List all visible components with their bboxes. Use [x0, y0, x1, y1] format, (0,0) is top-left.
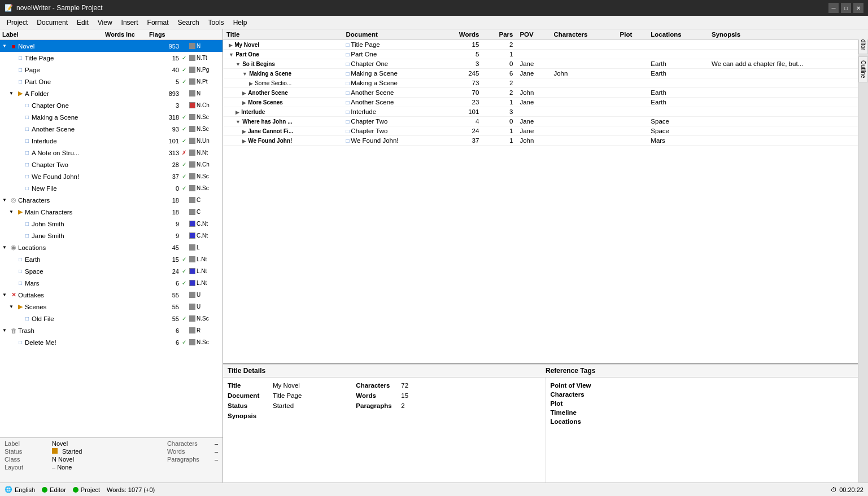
- tree-row-title-page[interactable]: □ Title Page 15 ✓ N.Tt: [0, 52, 223, 64]
- indent: [226, 128, 242, 134]
- side-tabs[interactable]: Editor Outline: [858, 29, 868, 482]
- label: Interlude: [32, 138, 155, 144]
- indent: [226, 70, 242, 77]
- menu-format[interactable]: Format: [143, 17, 173, 28]
- tree-row-new-file[interactable]: □ New File 0 ✓ N.Sc: [0, 182, 223, 194]
- inc: ✓: [179, 78, 189, 85]
- info-col-right: Characters – Words – Paragraphs –: [167, 440, 218, 463]
- table-row[interactable]: ▶ Some Sectio... □ Making a Scene 73 2: [223, 78, 868, 88]
- title-details-body: Title My Novel Document Title Page Statu…: [223, 378, 868, 482]
- tree-row-we-found-john[interactable]: □ We Found John! 37 ✓ N.Sc: [0, 170, 223, 182]
- words: 6: [155, 327, 179, 334]
- tree-row-scenes[interactable]: ▼ ▶ Scenes 55 U: [0, 301, 223, 313]
- toggle[interactable]: ▼: [2, 292, 9, 297]
- toggle[interactable]: ▼: [2, 328, 9, 333]
- tree-row-interlude[interactable]: □ Interlude 101 ✓ N.Un: [0, 135, 223, 147]
- tree-row-jane-smith[interactable]: □ Jane Smith 9 C.Nt: [0, 230, 223, 242]
- close-button[interactable]: ✕: [853, 3, 863, 13]
- flag-sq: [189, 114, 195, 120]
- table-row[interactable]: ▶ Interlude □ Interlude 101 3: [223, 107, 868, 117]
- menu-edit[interactable]: Edit: [72, 17, 93, 28]
- tree-row-a-note[interactable]: □ A Note on Stru... 313 ✗ N.Nt: [0, 147, 223, 159]
- tree-row-delete-me[interactable]: □ Delete Me! 6 ✓ N.Sc: [0, 336, 223, 348]
- toggle[interactable]: ▼: [2, 245, 9, 250]
- table-row[interactable]: ▶ More Scenes □ Another Scene 23 1 Jane …: [223, 98, 868, 107]
- menu-tools[interactable]: Tools: [204, 17, 229, 28]
- ref-tags-label: Reference Tags: [546, 367, 863, 375]
- title-text: Part One: [235, 51, 259, 58]
- words: 15: [155, 256, 179, 263]
- viewer-table-container[interactable]: Title Document Words Pars POV Characters…: [223, 29, 868, 364]
- cell-chars: [550, 126, 616, 136]
- window-controls[interactable]: ─ □ ✕: [828, 3, 863, 13]
- inc: ✓: [179, 185, 189, 191]
- doc-icon-title-page: □: [16, 55, 25, 61]
- table-row[interactable]: ▼ Making a Scene □ Making a Scene 245 6 …: [223, 69, 868, 78]
- tree-row-outtakes[interactable]: ▼ ✕ Outtakes 55 U: [0, 289, 223, 301]
- title-details-header: Title Details Reference Tags: [223, 365, 868, 378]
- cell-plot: [617, 126, 648, 136]
- tree-row-trash[interactable]: ▼ 🗑 Trash 6 R: [0, 324, 223, 336]
- menu-document[interactable]: Document: [32, 17, 72, 28]
- characters-icon: ◎: [9, 196, 18, 204]
- tree-row-characters[interactable]: ▼ ◎ Characters 18 C: [0, 194, 223, 206]
- tree-row-main-chars[interactable]: ▼ ▶ Main Characters 18 C: [0, 206, 223, 218]
- tree-row-chapter-two[interactable]: □ Chapter Two 28 ✓ N.Ch: [0, 159, 223, 170]
- tree-row-page[interactable]: □ Page 40 ✓ N.Pg: [0, 64, 223, 76]
- tree-row-old-file[interactable]: □ Old File 55 ✓ N.Sc: [0, 313, 223, 324]
- cell-title: ▶ More Scenes: [223, 98, 343, 107]
- flag-text: L: [197, 244, 200, 251]
- toggle-novel[interactable]: ▼: [2, 43, 9, 49]
- tree-row-chapter-one[interactable]: □ Chapter One 3 N.Ch: [0, 99, 223, 111]
- tree-row-a-folder[interactable]: ▼ ▶ A Folder 893 N: [0, 87, 223, 99]
- tree-row-another-scene[interactable]: □ Another Scene 93 ✓ N.Sc: [0, 123, 223, 135]
- maximize-button[interactable]: □: [841, 3, 851, 13]
- cell-locations: [647, 107, 708, 117]
- cell-locations: Earth: [647, 98, 708, 107]
- toggle[interactable]: ▼: [9, 91, 16, 96]
- indent: [226, 137, 242, 144]
- toggle[interactable]: ▼: [2, 197, 9, 203]
- tree-body[interactable]: ▼ ■ Novel 953 N □ Title Page 15 ✓: [0, 40, 223, 437]
- menu-help[interactable]: Help: [229, 17, 252, 28]
- table-row[interactable]: ▼ Where has John ... □ Chapter Two 4 0 J…: [223, 117, 868, 126]
- toggle[interactable]: ▼: [9, 304, 16, 309]
- status-key: Status: [5, 448, 50, 455]
- doc-icon: □: [346, 42, 351, 48]
- table-row[interactable]: ▼ So it Begins □ Chapter One 3 0 Jane Ea…: [223, 59, 868, 69]
- menu-view[interactable]: View: [93, 17, 117, 28]
- cell-words: 24: [439, 126, 482, 136]
- cell-chars: [550, 117, 616, 126]
- paragraphs-value: 2: [401, 402, 408, 409]
- title-details-panel: Title Details Reference Tags Title My No…: [223, 364, 868, 482]
- table-row[interactable]: ▼ Part One □ Part One 5 1: [223, 50, 868, 59]
- label: Page: [25, 67, 155, 73]
- tree-row-john-smith[interactable]: □ John Smith 9 C.Nt: [0, 218, 223, 230]
- menu-search[interactable]: Search: [173, 17, 204, 28]
- flag-sq: [189, 244, 195, 251]
- title-text: So it Begins: [242, 61, 275, 67]
- toggle-icon: ▶: [229, 42, 233, 48]
- menu-insert[interactable]: Insert: [117, 17, 143, 28]
- table-row[interactable]: ▶ Jane Cannot Fi... □ Chapter Two 24 1 J…: [223, 126, 868, 136]
- th-plot: Plot: [617, 29, 648, 40]
- table-row[interactable]: ▶ Another Scene □ Another Scene 70 2 Joh…: [223, 88, 868, 98]
- doc-icon: □: [16, 78, 25, 85]
- table-row[interactable]: ▶ My Novel □ Title Page 15 2: [223, 40, 868, 50]
- tree-row-novel[interactable]: ▼ ■ Novel 953 N: [0, 40, 223, 52]
- menu-project[interactable]: Project: [2, 17, 32, 28]
- tree-row-space[interactable]: □ Space 24 ✓ L.Nt: [0, 265, 223, 277]
- tree-row-making-a-scene[interactable]: □ Making a Scene 318 ✓ N.Sc: [0, 111, 223, 123]
- status-value: Started: [273, 402, 302, 409]
- minimize-button[interactable]: ─: [828, 3, 839, 13]
- table-row[interactable]: ▶ We Found John! □ We Found John! 37 1 J…: [223, 136, 868, 146]
- tree-row-part-one[interactable]: □ Part One 5 ✓ N.Pt: [0, 76, 223, 87]
- label: Main Characters: [25, 209, 155, 216]
- cell-pars: 0: [482, 117, 516, 126]
- tree-row-earth[interactable]: □ Earth 15 ✓ L.Nt: [0, 253, 223, 265]
- cell-pars: 2: [482, 88, 516, 98]
- toggle[interactable]: ▼: [9, 209, 16, 214]
- tab-outline[interactable]: Outline: [858, 56, 868, 82]
- tree-row-locations[interactable]: ▼ ◉ Locations 45 L: [0, 242, 223, 253]
- tree-row-mars[interactable]: □ Mars 6 ✓ L.Nt: [0, 277, 223, 289]
